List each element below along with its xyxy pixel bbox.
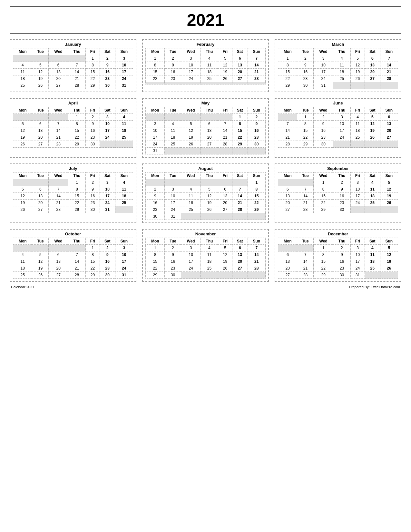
day-cell [380, 141, 398, 148]
week-row [146, 82, 266, 84]
day-cell: 2 [100, 55, 115, 62]
day-cell: 18 [350, 127, 365, 134]
day-header-fri: Fri [85, 238, 100, 245]
day-cell: 26 [181, 141, 201, 148]
day-cell: 2 [146, 186, 165, 193]
day-header-thu: Thu [333, 107, 350, 114]
day-cell: 9 [100, 62, 115, 69]
day-cell: 23 [314, 134, 333, 141]
day-cell: 27 [201, 141, 218, 148]
month-march: MarchMonTueWedThuFriSatSun12345678910111… [275, 39, 401, 92]
day-cell: 4 [350, 114, 365, 121]
day-header-tue: Tue [297, 172, 314, 179]
day-cell: 28 [297, 272, 314, 279]
day-cell: 16 [248, 127, 266, 134]
day-cell: 22 [278, 75, 297, 82]
day-cell [248, 82, 266, 84]
day-cell: 24 [181, 75, 201, 82]
day-cell [350, 82, 365, 89]
day-cell [350, 141, 365, 148]
day-cell: 21 [49, 134, 68, 141]
day-cell: 9 [248, 121, 266, 127]
day-cell: 11 [165, 127, 181, 134]
week-row: 19202122232425 [13, 200, 133, 206]
day-cell: 16 [297, 69, 314, 75]
day-cell: 30 [85, 141, 100, 148]
day-cell: 27 [278, 272, 297, 279]
day-cell: 30 [314, 141, 333, 148]
week-row: 2728293031 [278, 272, 398, 279]
day-cell: 7 [380, 55, 398, 62]
day-cell: 5 [218, 245, 232, 251]
week-row: 31 [146, 148, 266, 154]
day-cell: 25 [165, 141, 181, 148]
day-cell: 3 [146, 121, 165, 127]
day-cell: 17 [314, 69, 333, 75]
day-cell: 2 [165, 245, 181, 251]
day-header-thu: Thu [333, 238, 350, 245]
month-july: JulyMonTueWedThuFriSatSun123456789101112… [10, 163, 136, 223]
day-header-tue: Tue [165, 48, 181, 55]
day-cell: 14 [380, 62, 398, 69]
day-header-tue: Tue [297, 48, 314, 55]
week-row: 22232425262728 [146, 265, 266, 272]
day-cell [146, 82, 165, 84]
week-row: 11121314151617 [13, 258, 133, 265]
day-cell: 18 [201, 69, 218, 75]
day-cell: 7 [218, 121, 232, 127]
day-cell: 16 [333, 193, 350, 200]
day-header-sat: Sat [232, 238, 248, 245]
day-cell: 17 [115, 69, 133, 75]
week-row: 18192021222324 [13, 75, 133, 82]
day-cell [49, 179, 68, 186]
day-cell: 1 [85, 55, 100, 62]
week-row: 27282930 [278, 206, 398, 213]
day-cell: 6 [201, 121, 218, 127]
week-row: 1234 [13, 179, 133, 186]
day-cell: 19 [365, 127, 380, 134]
day-header-mon: Mon [146, 238, 165, 245]
day-cell: 27 [278, 206, 297, 213]
day-header-wed: Wed [49, 238, 68, 245]
day-header-wed: Wed [314, 172, 333, 179]
day-cell: 25 [365, 200, 380, 206]
week-row: 16171819202122 [146, 200, 266, 206]
week-row: 25262728293031 [13, 272, 133, 279]
day-header-sun: Sun [380, 238, 398, 245]
day-cell: 8 [314, 251, 333, 258]
day-cell: 23 [146, 206, 165, 213]
day-cell: 17 [100, 193, 115, 200]
day-cell: 7 [49, 121, 68, 127]
day-cell: 19 [181, 134, 201, 141]
day-cell: 22 [146, 75, 165, 82]
day-header-sat: Sat [365, 172, 380, 179]
day-cell: 20 [278, 200, 297, 206]
day-cell: 25 [115, 134, 133, 141]
day-cell: 24 [146, 141, 165, 148]
day-cell [115, 141, 133, 148]
day-cell: 11 [13, 69, 32, 75]
day-cell [278, 179, 297, 186]
month-title-december: December [278, 232, 398, 236]
day-header-fri: Fri [218, 238, 232, 245]
week-row: 1234567 [146, 55, 266, 62]
day-header-tue: Tue [32, 107, 49, 114]
day-cell [68, 55, 85, 62]
day-cell: 29 [248, 206, 266, 213]
day-cell: 24 [333, 134, 350, 141]
day-cell: 23 [85, 200, 100, 206]
day-cell: 25 [365, 265, 380, 272]
day-cell: 8 [248, 186, 266, 193]
day-cell: 23 [333, 200, 350, 206]
day-header-fri: Fri [218, 172, 232, 179]
day-cell: 2 [85, 179, 100, 186]
month-title-june: June [278, 101, 398, 105]
day-header-sat: Sat [100, 238, 115, 245]
day-cell: 6 [232, 245, 248, 251]
day-cell: 19 [218, 69, 232, 75]
day-cell: 26 [13, 141, 32, 148]
day-cell: 16 [314, 127, 333, 134]
day-cell: 4 [165, 121, 181, 127]
day-cell: 2 [297, 55, 314, 62]
day-cell: 26 [218, 265, 232, 272]
